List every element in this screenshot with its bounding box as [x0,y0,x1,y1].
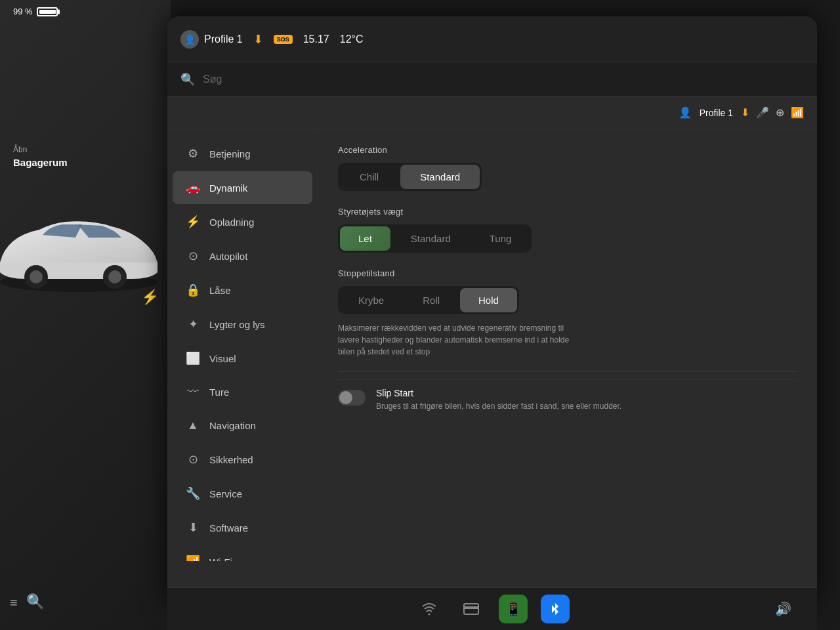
profile-section[interactable]: 👤 Profile 1 [180,30,243,49]
battery-bar [37,7,58,16]
car-image [0,197,171,302]
acceleration-standard-button[interactable]: Standard [400,165,480,189]
charging-icon: ⚡ [141,289,159,306]
battery-status: 99 % [13,7,58,16]
steering-tung-button[interactable]: Tung [471,226,530,251]
content-header: 👤 Profile 1 ⬇ 🎤 ⊕ 📶 [167,96,817,129]
sidebar-item-laase[interactable]: 🔒 Låse [173,274,312,306]
download-icon: ⬇ [253,32,263,47]
wifi-icon: 📶 [186,555,200,561]
menu-icon[interactable]: ≡ [10,595,18,610]
navigation-icon: ▲ [186,419,200,432]
search-icon: 🔍 [180,72,195,87]
sidebar-item-navigation[interactable]: ▲ Navigation [173,410,312,442]
steering-standard-button[interactable]: Standard [392,226,469,251]
header-bluetooth-icon[interactable]: ⊕ [776,106,784,119]
main-content: ⚙ Betjening 🚗 Dynamik ⚡ Opladning ⊙ Auto… [167,129,817,561]
stop-hold-button[interactable]: Hold [460,288,517,312]
sidebar-item-opladning[interactable]: ⚡ Opladning [173,205,312,238]
lygter-label: Lygter og lys [209,319,265,330]
ture-icon: 〰 [186,385,200,399]
navigation-label: Navigation [209,420,256,431]
taskbar-card-icon[interactable] [457,595,486,623]
sidebar-item-betjening[interactable]: ⚙ Betjening [173,137,312,170]
opladning-label: Opladning [209,217,254,228]
sidebar-item-autopilot[interactable]: ⊙ Autopilot [173,240,312,272]
header-mic-icon[interactable]: 🎤 [756,106,769,119]
abn-label: Åbn [13,144,68,156]
sidebar-item-service[interactable]: 🔧 Service [173,477,312,510]
slip-start-text: Slip Start Bruges til at frigøre bilen, … [376,388,797,412]
sidebar-item-software[interactable]: ⬇ Software [173,511,312,544]
visuel-label: Visuel [209,353,236,364]
stop-title: Stoppetilstand [338,268,797,278]
car-area: Åbn Bagagerum ⚡ [0,0,171,630]
sidebar-item-visuel[interactable]: ⬜ Visuel [173,342,312,375]
svg-rect-7 [464,606,478,609]
steering-title: Styretøjets vægt [338,207,797,217]
software-label: Software [209,522,248,534]
sos-badge[interactable]: SOS [274,35,293,44]
main-screen: 👤 Profile 1 ⬇ SOS 15.17 12°C 🔍 Søg 👤 Pro… [167,16,817,604]
betjening-icon: ⚙ [186,146,200,161]
sikkerhed-icon: ⊙ [186,452,200,467]
svg-point-4 [108,270,121,284]
acceleration-title: Acceleration [338,145,797,155]
battery-percentage: 99 % [13,7,33,16]
stop-control: Krybe Roll Hold [338,286,519,314]
laase-label: Låse [209,285,231,296]
search-bar[interactable]: 🔍 Søg [167,62,817,96]
right-panel: Acceleration Chill Standard Styretøjets … [318,129,817,561]
divider [338,371,797,371]
service-label: Service [209,488,242,499]
wifi-label: Wi-Fi [209,556,232,562]
steering-section: Styretøjets vægt Let Standard Tung [338,207,797,253]
ture-label: Ture [209,387,229,398]
taskbar-wifi-icon[interactable] [415,595,444,623]
stop-section: Stoppetilstand Krybe Roll Hold Maksimere… [338,268,797,358]
acceleration-control: Chill Standard [338,163,482,191]
laase-icon: 🔒 [186,283,200,297]
taskbar: 📱 🔊 [167,587,817,630]
autopilot-icon: ⊙ [186,249,200,263]
sidebar-item-dynamik[interactable]: 🚗 Dynamik [173,171,312,204]
acceleration-chill-button[interactable]: Chill [340,165,398,189]
slip-start-row: Slip Start Bruges til at frigøre bilen, … [338,379,797,412]
sidebar-item-sikkerhed[interactable]: ⊙ Sikkerhed [173,443,312,476]
header-icons: ⬇ 🎤 ⊕ 📶 [741,106,804,119]
taskbar-volume-icon[interactable]: 🔊 [768,595,797,623]
header-profile-label: Profile 1 [700,108,733,118]
time-display: 15.17 [303,33,329,45]
dynamik-icon: 🚗 [186,180,200,195]
header-profile-icon: 👤 [679,106,692,119]
software-icon: ⬇ [186,520,200,535]
taskbar-bluetooth-icon[interactable] [541,595,570,623]
header-signal-icon: 📶 [791,106,804,119]
steering-control: Let Standard Tung [338,224,532,253]
slip-start-description: Bruges til at frigøre bilen, hvis den si… [376,401,797,412]
sidebar-item-lygter[interactable]: ✦ Lygter og lys [173,308,312,341]
bagagerum-section[interactable]: Åbn Bagagerum [13,144,68,169]
sidebar-item-ture[interactable]: 〰 Ture [173,376,312,408]
stop-roll-button[interactable]: Roll [404,288,458,312]
svg-point-5 [429,614,430,616]
svg-point-2 [30,270,43,284]
slip-start-toggle[interactable] [338,390,366,406]
sikkerhed-label: Sikkerhed [209,454,253,465]
steering-let-button[interactable]: Let [340,226,390,251]
opladning-icon: ⚡ [186,215,200,229]
dynamik-label: Dynamik [209,182,247,194]
search-bottom-icon[interactable]: 🔍 [26,593,44,610]
bagagerum-label: Bagagerum [13,156,68,169]
profile-avatar: 👤 [180,30,199,49]
header-download-icon: ⬇ [741,106,749,119]
search-placeholder: Søg [203,74,222,85]
visuel-icon: ⬜ [186,351,200,366]
autopilot-label: Autopilot [209,251,247,262]
service-icon: 🔧 [186,486,200,501]
sidebar-item-wifi[interactable]: 📶 Wi-Fi [173,545,312,561]
stop-krybe-button[interactable]: Krybe [340,288,402,312]
betjening-label: Betjening [209,148,251,159]
taskbar-phone-icon[interactable]: 📱 [499,595,528,623]
lygter-icon: ✦ [186,317,200,331]
